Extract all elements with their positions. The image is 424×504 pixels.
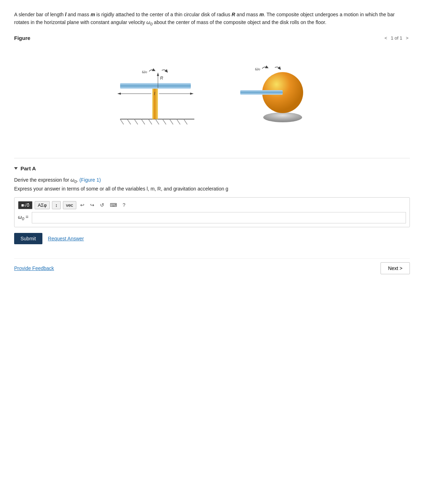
keyboard-btn[interactable]: ⌨ [108,201,119,209]
help-btn[interactable]: ? [121,201,127,209]
greek-btn[interactable]: ΑΣφ [35,201,50,209]
matrix-btn[interactable]: ■√0̄ [18,201,33,209]
svg-line-3 [134,119,138,124]
figure-header: Figure < 1 of 1 > [14,35,410,41]
svg-line-5 [148,119,152,124]
collapse-icon [14,167,18,170]
part-description: Derive the expression for ω0. (Figure 1) [14,177,410,184]
var-m1: m [90,12,95,17]
svg-text:ω₀: ω₀ [142,69,147,74]
svg-text:l: l [154,91,155,96]
var-m2: m [259,12,264,17]
figure-link[interactable]: (Figure 1) [80,177,101,183]
redo-btn[interactable]: ↪ [88,201,96,209]
svg-rect-24 [240,90,283,95]
svg-marker-19 [157,72,159,76]
diagram-left: l R ω₀ [110,52,201,133]
figure-prev-btn[interactable]: < [383,35,389,41]
fraction-btn[interactable]: ↕ [52,201,61,209]
next-button[interactable]: Next > [381,262,410,274]
var-R: R [232,12,235,17]
part-instruction: Express your answer in terms of some or … [14,186,410,192]
input-box: ■√0̄ ΑΣφ ↕ vec ↩ ↪ ↺ ⌨ ? ω0 = [14,197,410,227]
figure-section: Figure < 1 of 1 > [14,35,410,147]
svg-text:R: R [160,76,163,81]
svg-rect-11 [152,87,158,119]
page-container: A slender bar of length l and mass m is … [0,0,424,504]
page-footer: Provide Feedback Next > [14,258,410,274]
figure-title: Figure [14,35,30,41]
svg-line-6 [155,119,159,124]
svg-line-7 [163,119,166,124]
svg-line-4 [141,119,145,124]
svg-line-2 [127,119,131,124]
action-row: Submit Request Answer [14,233,410,244]
diagram-right: ω₀ [237,52,314,133]
figure-diagrams: l R ω₀ [14,45,410,147]
svg-text:ω₀: ω₀ [255,66,260,71]
svg-line-8 [170,119,173,124]
figure-nav: < 1 of 1 > [383,35,410,41]
svg-line-10 [184,119,187,124]
answer-input[interactable] [32,212,406,223]
var-omega: ω0 [146,19,152,25]
math-toolbar: ■√0̄ ΑΣφ ↕ vec ↩ ↪ ↺ ⌨ ? [18,201,406,209]
part-a-title: Part A [20,165,36,171]
svg-rect-12 [120,83,191,89]
answer-row: ω0 = [18,212,406,223]
submit-button[interactable]: Submit [14,233,42,244]
feedback-button[interactable]: Provide Feedback [14,265,54,271]
part-header[interactable]: Part A [14,165,410,171]
part-section: Part A Derive the expression for ω0. (Fi… [14,158,410,244]
undo-btn[interactable]: ↩ [78,201,86,209]
problem-text: A slender bar of length l and mass m is … [14,11,410,28]
svg-marker-14 [117,93,121,95]
reset-btn[interactable]: ↺ [98,201,106,209]
svg-marker-16 [190,93,194,95]
var-l: l [65,12,66,17]
figure-next-btn[interactable]: > [404,35,410,41]
figure-page-text: 1 of 1 [391,35,402,41]
svg-line-1 [120,119,124,124]
vec-btn[interactable]: vec [63,201,76,209]
omega-equals-label: ω0 = [18,214,28,221]
request-answer-button[interactable]: Request Answer [48,236,84,241]
svg-line-9 [177,119,180,124]
svg-point-22 [263,112,302,122]
